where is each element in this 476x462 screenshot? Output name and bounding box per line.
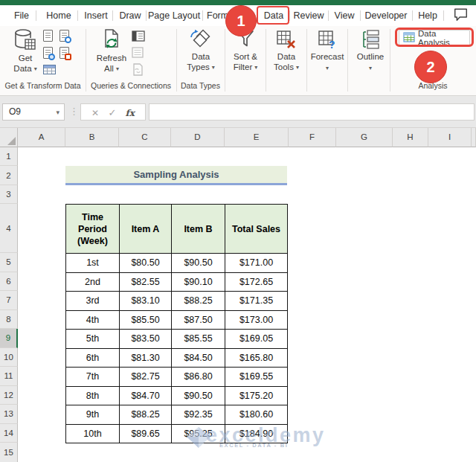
insert-function-icon[interactable] <box>126 106 135 119</box>
cell-period[interactable]: 2nd <box>66 272 120 292</box>
cancel-icon[interactable] <box>91 106 99 119</box>
cell-total[interactable]: $180.60 <box>225 405 288 425</box>
cell-item-a[interactable]: $83.50 <box>120 330 172 349</box>
from-web-button[interactable] <box>43 47 53 59</box>
get-data-button[interactable]: Get Data <box>6 28 45 74</box>
cell-total[interactable]: $172.65 <box>225 272 288 292</box>
row-header-9-active[interactable]: 9 <box>0 329 18 348</box>
row-header-14[interactable]: 14 <box>0 424 18 443</box>
comments-button[interactable] <box>449 7 472 25</box>
cell-item-b[interactable]: $85.55 <box>172 330 225 349</box>
tab-page-layout[interactable]: Page Layout <box>148 5 200 26</box>
col-header-g[interactable]: G <box>336 128 393 147</box>
cell-item-b[interactable]: $87.50 <box>172 310 225 330</box>
header-cell-item-b[interactable]: Item B <box>172 205 225 254</box>
cell-total[interactable]: $171.35 <box>225 292 288 311</box>
row-header-10[interactable]: 10 <box>0 348 18 368</box>
existing-connections-button[interactable] <box>60 47 69 59</box>
row-header-8[interactable]: 8 <box>0 310 18 330</box>
row-header-12[interactable]: 12 <box>0 386 18 405</box>
header-cell-item-a[interactable]: Item A <box>120 205 172 254</box>
cell-item-b[interactable]: $86.80 <box>172 368 225 387</box>
cell-item-a[interactable]: $84.70 <box>120 386 172 405</box>
cell-item-a[interactable]: $88.25 <box>120 405 172 425</box>
properties-button[interactable] <box>132 47 144 58</box>
cell-total[interactable]: $173.00 <box>225 310 288 330</box>
cell-period[interactable]: 4th <box>66 310 120 330</box>
cell-item-a[interactable]: $82.75 <box>120 368 172 387</box>
cell-period[interactable]: 6th <box>66 348 120 368</box>
forecast-button[interactable]: ? Forecast <box>308 28 347 73</box>
cell-period[interactable]: 3rd <box>66 292 120 311</box>
col-header-h[interactable]: H <box>393 128 428 147</box>
col-header-c[interactable]: C <box>119 128 171 147</box>
cell-period[interactable]: 7th <box>66 368 120 387</box>
row-header-1[interactable]: 1 <box>0 147 18 166</box>
cell-period[interactable]: 9th <box>66 405 120 425</box>
from-table-range-button[interactable] <box>43 65 56 74</box>
cell-period[interactable]: 8th <box>66 386 120 405</box>
tab-help[interactable]: Help <box>415 5 440 26</box>
tab-home[interactable]: Home <box>42 5 76 26</box>
cell-item-b[interactable]: $90.10 <box>172 272 225 292</box>
row-header-3[interactable]: 3 <box>0 185 18 204</box>
cell-item-b[interactable]: $90.50 <box>172 254 225 273</box>
header-cell-total-sales[interactable]: Total Sales <box>225 205 288 254</box>
row-header-15[interactable]: 15 <box>0 443 18 462</box>
outline-button[interactable]: Outline <box>350 28 391 73</box>
cell-item-a[interactable]: $85.50 <box>120 310 172 330</box>
cell-item-b[interactable]: $84.50 <box>172 348 225 368</box>
row-header-5[interactable]: 5 <box>0 253 18 272</box>
queries-connections-button[interactable] <box>132 31 145 42</box>
col-header-a[interactable]: A <box>18 128 65 147</box>
cell-item-b[interactable]: $92.35 <box>172 405 225 425</box>
recent-sources-button[interactable] <box>60 30 69 42</box>
data-tools-button[interactable]: Data Tools <box>267 28 306 73</box>
cell-item-a[interactable]: $81.30 <box>120 348 172 368</box>
row-header-6[interactable]: 6 <box>0 272 18 292</box>
tab-file[interactable]: File <box>9 5 34 26</box>
cell-item-b[interactable]: $88.25 <box>172 292 225 311</box>
cell-total[interactable]: $175.20 <box>225 386 288 405</box>
cell-total[interactable]: $165.80 <box>225 348 288 368</box>
row-header-2[interactable]: 2 <box>0 166 18 185</box>
enter-icon[interactable] <box>108 106 116 119</box>
cell-total[interactable]: $184.90 <box>225 424 288 443</box>
from-text-csv-button[interactable] <box>43 30 53 42</box>
col-header-f[interactable]: F <box>289 128 336 147</box>
tab-draw[interactable]: Draw <box>116 5 144 26</box>
cell-period[interactable]: 5th <box>66 330 120 349</box>
col-header-i[interactable]: I <box>428 128 472 147</box>
row-header-13[interactable]: 13 <box>0 405 18 424</box>
edit-links-button[interactable] <box>132 63 144 76</box>
header-cell-time-period[interactable]: Time Period (Week) <box>66 205 120 254</box>
cell-item-a[interactable]: $89.65 <box>120 424 172 443</box>
cell-total[interactable]: $169.05 <box>225 330 288 349</box>
cell-period[interactable]: 1st <box>66 254 120 273</box>
row-header-7[interactable]: 7 <box>0 291 18 310</box>
cell-item-a[interactable]: $82.55 <box>120 272 172 292</box>
tab-view[interactable]: View <box>330 5 358 26</box>
col-header-d[interactable]: D <box>171 128 225 147</box>
cell-item-b[interactable]: $95.25 <box>172 424 225 443</box>
cell-period[interactable]: 10th <box>66 424 120 443</box>
refresh-all-button[interactable]: Refresh All <box>92 28 131 74</box>
row-header-4[interactable]: 4 <box>0 204 18 253</box>
cell-item-b[interactable]: $90.50 <box>172 386 225 405</box>
worksheet[interactable]: A B C D E F G H I 1 2 3 4 5 6 7 8 9 10 1… <box>0 127 476 462</box>
tab-insert[interactable]: Insert <box>81 5 111 26</box>
name-box[interactable]: O9 <box>2 103 65 121</box>
cell-item-a[interactable]: $80.50 <box>120 254 172 273</box>
row-header-11[interactable]: 11 <box>0 367 18 386</box>
tab-developer[interactable]: Developer <box>362 5 410 26</box>
sheet-title-cell[interactable]: Sampling Analysis <box>65 166 287 185</box>
cell-item-a[interactable]: $83.10 <box>120 292 172 311</box>
col-header-b[interactable]: B <box>65 128 119 147</box>
data-types-button[interactable]: Data Types <box>181 28 220 73</box>
formula-input[interactable] <box>149 103 475 121</box>
select-all-corner[interactable] <box>0 128 18 147</box>
col-header-e[interactable]: E <box>225 128 289 147</box>
tab-review[interactable]: Review <box>291 5 327 26</box>
name-box-dropdown-icon[interactable] <box>56 104 60 121</box>
cell-total[interactable]: $171.00 <box>225 254 288 273</box>
